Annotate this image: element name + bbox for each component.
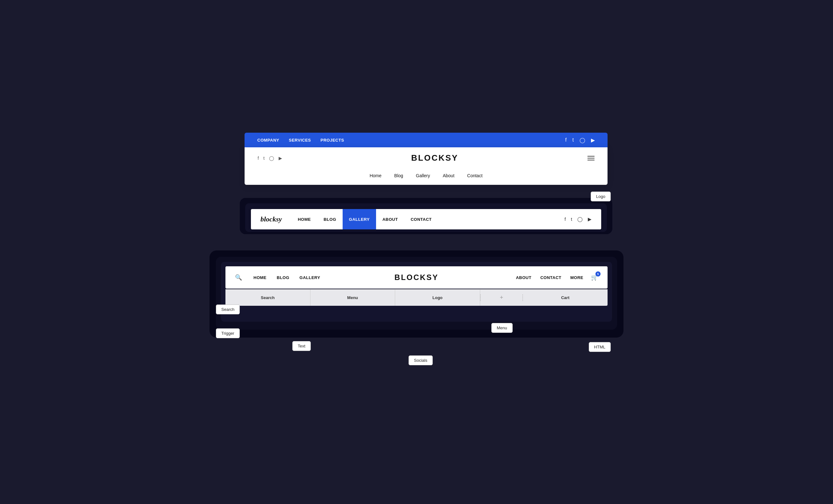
builder-search-segment[interactable]: Search bbox=[225, 289, 310, 306]
navbar2-socials: f t ◯ ▶ bbox=[565, 217, 592, 222]
facebook-icon[interactable]: f bbox=[565, 137, 567, 143]
text-label-bubble: Text bbox=[292, 341, 311, 351]
navbar3-left-links: HOME BLOG GALLERY bbox=[248, 275, 511, 280]
search-label-bubble: Search bbox=[216, 304, 240, 314]
nb2-contact[interactable]: CONTACT bbox=[404, 209, 438, 229]
yt-icon-small[interactable]: ▶ bbox=[279, 156, 282, 161]
html-label-bubble: HTML bbox=[589, 342, 611, 352]
navbar1-left-socials: f t ◯ ▶ bbox=[258, 156, 282, 161]
menu-bubble-text: Menu bbox=[491, 323, 513, 333]
navbar2-links: HOME BLOG GALLERY ABOUT CONTACT bbox=[291, 209, 564, 229]
nb3-contact[interactable]: CONTACT bbox=[536, 275, 566, 280]
nav-contact[interactable]: Contact bbox=[467, 173, 482, 178]
cart-button[interactable]: 🛒 5 bbox=[591, 274, 598, 281]
navbar1-top-row: f t ◯ ▶ BLOCKSY bbox=[245, 147, 607, 169]
instagram-icon[interactable]: ◯ bbox=[579, 137, 585, 143]
nb2-tw-icon[interactable]: t bbox=[571, 217, 572, 222]
navbar2-bar: blocksy HOME BLOG GALLERY ABOUT CONTACT … bbox=[251, 209, 601, 229]
nb2-home[interactable]: HOME bbox=[291, 209, 317, 229]
nav-blog[interactable]: Blog bbox=[394, 173, 403, 178]
ig-icon-small[interactable]: ◯ bbox=[269, 156, 274, 161]
nav-gallery[interactable]: Gallery bbox=[416, 173, 430, 178]
nav-about[interactable]: About bbox=[443, 173, 454, 178]
builder-bar: Search Menu Logo + Cart bbox=[225, 289, 608, 306]
hamburger-menu[interactable] bbox=[588, 156, 595, 160]
navbar1-white-section: f t ◯ ▶ BLOCKSY Home Blog Gallery About … bbox=[244, 147, 608, 185]
navbar2: blocksy HOME BLOG GALLERY ABOUT CONTACT … bbox=[251, 209, 601, 229]
nav-company[interactable]: COMPANY bbox=[257, 138, 279, 143]
brand-logo-nb3: BLOCKSY bbox=[395, 273, 438, 282]
text-bubble-text: Text bbox=[292, 341, 311, 351]
trigger-label-bubble: Trigger bbox=[216, 328, 240, 338]
brand-logo-nb1: BLOCKSY bbox=[411, 153, 458, 163]
brand-logo-nb2: blocksy bbox=[260, 215, 282, 223]
logo-bubble-text: Logo bbox=[591, 192, 611, 201]
nb3-blog[interactable]: BLOG bbox=[271, 275, 294, 280]
navbar3: 🔍 HOME BLOG GALLERY BLOCKSY ABOUT CONTAC… bbox=[225, 266, 608, 306]
nb2-fb-icon[interactable]: f bbox=[565, 217, 566, 222]
logo-label-bubble: Logo bbox=[591, 192, 611, 201]
socials-label-bubble: Socials bbox=[408, 355, 433, 365]
nb3-gallery[interactable]: GALLERY bbox=[294, 275, 326, 280]
navbar1-socials: f t ◯ ▶ bbox=[565, 137, 595, 143]
search-icon[interactable]: 🔍 bbox=[235, 274, 242, 281]
twitter-icon[interactable]: t bbox=[573, 137, 574, 143]
fb-icon-small[interactable]: f bbox=[258, 156, 259, 161]
navbar3-bar: 🔍 HOME BLOG GALLERY BLOCKSY ABOUT CONTAC… bbox=[225, 266, 608, 288]
nb2-gallery[interactable]: GALLERY bbox=[342, 209, 376, 229]
builder-logo-segment[interactable]: Logo bbox=[395, 289, 480, 306]
tw-icon-small[interactable]: t bbox=[263, 156, 265, 161]
navbar3-right-links: ABOUT CONTACT MORE bbox=[511, 275, 588, 280]
socials-bubble-text: Socials bbox=[408, 355, 433, 365]
navbar1-nav-row: Home Blog Gallery About Contact bbox=[245, 169, 607, 184]
nav-projects[interactable]: PROJECTS bbox=[320, 138, 344, 143]
search-bubble-text: Search bbox=[216, 304, 240, 314]
nb3-home[interactable]: HOME bbox=[248, 275, 271, 280]
nb3-about[interactable]: ABOUT bbox=[511, 275, 536, 280]
builder-plus-segment[interactable]: + bbox=[480, 294, 523, 301]
cart-badge: 5 bbox=[595, 271, 600, 277]
builder-cart-segment[interactable]: Cart bbox=[523, 289, 608, 306]
nb2-ig-icon[interactable]: ◯ bbox=[577, 217, 583, 222]
youtube-icon[interactable]: ▶ bbox=[591, 137, 595, 143]
navbar1-top-nav: COMPANY SERVICES PROJECTS bbox=[257, 138, 344, 143]
nb2-blog[interactable]: BLOG bbox=[317, 209, 342, 229]
navbar1-blue-bar: COMPANY SERVICES PROJECTS f t ◯ ▶ bbox=[244, 133, 608, 147]
nb2-about[interactable]: ABOUT bbox=[376, 209, 404, 229]
nb2-yt-icon[interactable]: ▶ bbox=[588, 217, 592, 222]
trigger-bubble-text: Trigger bbox=[216, 328, 240, 338]
navbar1: COMPANY SERVICES PROJECTS f t ◯ ▶ f t ◯ … bbox=[244, 133, 608, 185]
menu-label-bubble: Menu bbox=[491, 323, 513, 333]
builder-menu-segment[interactable]: Menu bbox=[310, 289, 396, 306]
nav-home[interactable]: Home bbox=[370, 173, 381, 178]
nb3-more[interactable]: MORE bbox=[566, 275, 588, 280]
nav-services[interactable]: SERVICES bbox=[289, 138, 311, 143]
html-bubble-text: HTML bbox=[589, 342, 611, 352]
